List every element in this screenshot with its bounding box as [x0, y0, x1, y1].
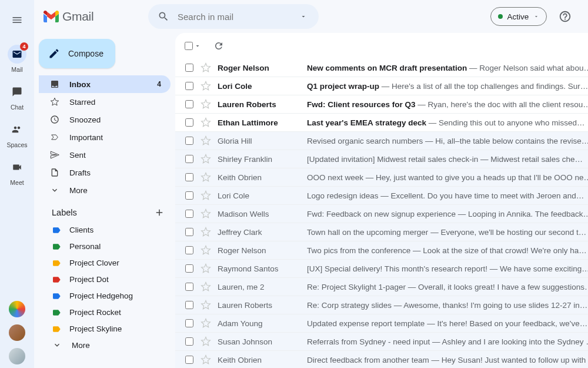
- message-row[interactable]: Ethan LattimoreLast year's EMEA strategy…: [175, 114, 588, 132]
- message-row[interactable]: Gloria HillRevised organic search number…: [175, 132, 588, 150]
- rail-bot-icon[interactable]: [9, 301, 25, 317]
- message-row[interactable]: Keith ObrienDirect feedback from another…: [175, 351, 588, 368]
- gmail-logo-text: Gmail: [62, 9, 93, 24]
- row-checkbox[interactable]: [185, 356, 193, 364]
- search-icon[interactable]: [153, 6, 174, 27]
- message-row[interactable]: Lori ColeQ1 project wrap-up — Here's a l…: [175, 77, 588, 95]
- star-button[interactable]: [200, 336, 212, 347]
- rail-avatar-1[interactable]: [9, 324, 25, 341]
- row-checkbox[interactable]: [185, 82, 193, 90]
- row-checkbox[interactable]: [185, 264, 193, 273]
- star-button[interactable]: [200, 318, 212, 329]
- status-chip[interactable]: Active: [490, 7, 547, 26]
- search-bar[interactable]: [148, 4, 319, 29]
- row-checkbox[interactable]: [185, 155, 193, 163]
- label-project-clover[interactable]: Project Clover: [39, 254, 175, 271]
- star-button[interactable]: [200, 281, 212, 292]
- row-checkbox[interactable]: [185, 64, 193, 72]
- rail-spaces[interactable]: Spaces: [0, 117, 34, 154]
- row-checkbox[interactable]: [185, 191, 193, 200]
- nav-more[interactable]: More: [39, 181, 171, 199]
- inbox-icon: [50, 79, 59, 89]
- compose-button[interactable]: Compose: [39, 39, 115, 68]
- select-all[interactable]: [185, 42, 201, 50]
- message-row[interactable]: Jeffrey ClarkTown hall on the upcoming m…: [175, 223, 588, 241]
- row-checkbox[interactable]: [185, 210, 193, 218]
- select-all-checkbox[interactable]: [185, 42, 193, 50]
- star-button[interactable]: [200, 99, 212, 110]
- row-checkbox[interactable]: [185, 301, 193, 309]
- row-checkbox[interactable]: [185, 100, 193, 108]
- row-checkbox[interactable]: [185, 283, 193, 291]
- star-button[interactable]: [200, 117, 212, 128]
- star-icon: [201, 62, 211, 73]
- star-button[interactable]: [200, 245, 212, 256]
- row-checkbox[interactable]: [185, 118, 193, 127]
- row-checkbox[interactable]: [185, 319, 193, 327]
- message-row[interactable]: Lauren, me 2Re: Project Skylight 1-pager…: [175, 278, 588, 296]
- message-row[interactable]: Lauren RobertsRe: Corp strategy slides —…: [175, 296, 588, 314]
- star-icon: [201, 245, 211, 256]
- row-checkbox[interactable]: [185, 337, 193, 346]
- help-icon: [559, 10, 572, 23]
- nav-starred[interactable]: Starred: [39, 93, 171, 111]
- status-dot-icon: [498, 14, 503, 19]
- row-checkbox[interactable]: [185, 228, 193, 236]
- label-project-rocket[interactable]: Project Rocket: [39, 304, 175, 320]
- gmail-logo[interactable]: Gmail: [41, 9, 141, 24]
- message-row[interactable]: Raymond Santos[UX] Special delivery! Thi…: [175, 260, 588, 278]
- message-row[interactable]: Roger NelsonNew comments on MCR draft pr…: [175, 59, 588, 77]
- support-button[interactable]: [554, 5, 576, 28]
- labels-more[interactable]: More: [39, 337, 175, 353]
- message-row[interactable]: Keith ObrienOOO next week — Hey, just wa…: [175, 168, 588, 187]
- rail-mail[interactable]: Mail4: [0, 41, 34, 79]
- star-button[interactable]: [200, 172, 212, 183]
- rail-meet[interactable]: Meet: [0, 154, 34, 192]
- chevron-down-icon: [52, 340, 62, 350]
- message-row[interactable]: Madison WellsFwd: Feedback on new signup…: [175, 205, 588, 223]
- star-button[interactable]: [200, 62, 212, 73]
- star-button[interactable]: [200, 154, 212, 164]
- star-button[interactable]: [200, 354, 212, 365]
- header: Gmail Active: [34, 0, 588, 33]
- label-personal[interactable]: Personal: [39, 238, 175, 254]
- row-checkbox[interactable]: [185, 246, 193, 254]
- sender: Roger Nelson: [218, 246, 307, 255]
- settings-button[interactable]: [583, 5, 588, 28]
- message-row[interactable]: Lauren RobertsFwd: Client resources for …: [175, 95, 588, 114]
- main-menu-button[interactable]: [5, 8, 29, 32]
- add-label-button[interactable]: [154, 207, 165, 218]
- message-row[interactable]: Roger NelsonTwo pics from the conference…: [175, 241, 588, 260]
- star-button[interactable]: [200, 190, 212, 201]
- message-row[interactable]: Lori ColeLogo redesign ideas — Excellent…: [175, 187, 588, 205]
- rail-chat[interactable]: Chat: [0, 79, 34, 117]
- star-button[interactable]: [200, 208, 212, 219]
- rail-avatar-2[interactable]: [9, 348, 25, 364]
- nav-inbox[interactable]: Inbox4: [39, 75, 171, 93]
- search-input[interactable]: [174, 12, 293, 22]
- more-icon: [50, 185, 59, 195]
- star-button[interactable]: [200, 263, 212, 274]
- label-clients[interactable]: Clients: [39, 221, 175, 238]
- message-row[interactable]: Adam YoungUpdated expense report templat…: [175, 314, 588, 333]
- label-project-hedgehog[interactable]: Project Hedgehog: [39, 287, 175, 304]
- mail-badge: 4: [20, 42, 28, 51]
- sender: Keith Obrien: [218, 356, 307, 364]
- message-row[interactable]: Shirley Franklin[Updated invitation] Mid…: [175, 150, 588, 168]
- nav-drafts[interactable]: Drafts: [39, 164, 171, 181]
- star-button[interactable]: [200, 300, 212, 310]
- nav-sent[interactable]: Sent: [39, 146, 171, 164]
- row-checkbox[interactable]: [185, 137, 193, 145]
- star-button[interactable]: [200, 135, 212, 146]
- nav-snoozed[interactable]: Snoozed: [39, 111, 171, 128]
- row-checkbox[interactable]: [185, 173, 193, 181]
- star-button[interactable]: [200, 81, 212, 91]
- message-row[interactable]: Susan JohnsonReferrals from Sydney - nee…: [175, 333, 588, 351]
- label-project-dot[interactable]: Project Dot: [39, 271, 175, 287]
- label-project-skyline[interactable]: Project Skyline: [39, 320, 175, 337]
- refresh-button[interactable]: [209, 37, 228, 55]
- star-button[interactable]: [200, 227, 212, 237]
- clock-icon: [50, 115, 59, 124]
- search-options-button[interactable]: [293, 6, 314, 27]
- nav-important[interactable]: Important: [39, 128, 171, 146]
